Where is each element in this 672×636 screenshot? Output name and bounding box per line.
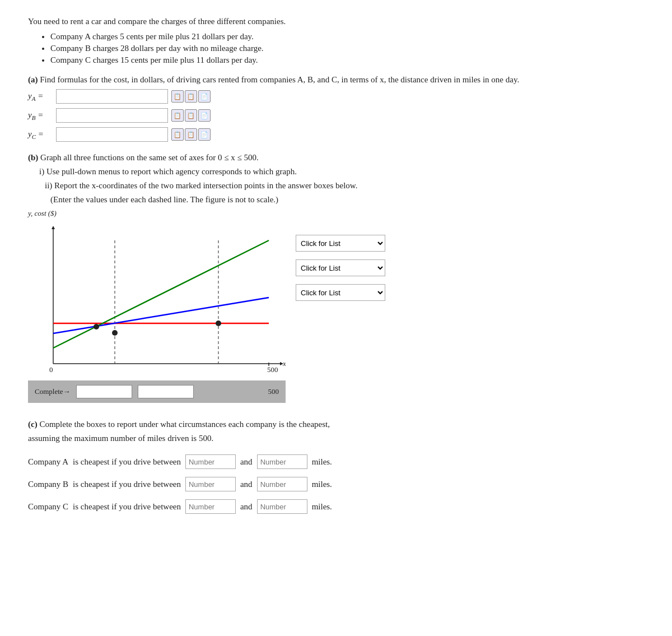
copy-icon-yc-1[interactable]: 📋 — [171, 128, 184, 141]
copy-icon-yc-2[interactable]: 📋 — [185, 128, 197, 141]
bullet-list: Company A charges 5 cents per mile plus … — [50, 32, 644, 65]
intro-text: You need to rent a car and compare the c… — [28, 17, 644, 26]
part-c-text2: assuming the maximum number of miles dri… — [28, 434, 644, 443]
copy-icon-yb-1[interactable]: 📋 — [171, 109, 184, 122]
svg-text:x: x — [282, 359, 286, 368]
and-label-c: and — [240, 502, 253, 512]
company-a-text: is cheapest if you drive between — [73, 457, 181, 467]
formula-input-yb[interactable] — [56, 108, 168, 123]
company-b-input-1[interactable] — [185, 477, 236, 491]
company-a-row: Company A is cheapest if you drive betwe… — [28, 454, 644, 469]
paste-icon-ya[interactable]: 📄 — [198, 90, 211, 103]
graph-footer: Complete→ 500 — [28, 380, 286, 403]
part-b: (b) Graph all three functions on the sam… — [28, 153, 644, 403]
copy-icon-yb-2[interactable]: 📋 — [185, 109, 197, 122]
company-c-row: Company C is cheapest if you drive betwe… — [28, 499, 644, 514]
formula-label-yc: yC = — [28, 129, 56, 140]
formula-input-yc[interactable] — [56, 127, 168, 142]
icon-group-yc: 📋 📋 📄 — [171, 128, 211, 141]
bullet-b: Company B charges 28 dollars per day wit… — [50, 44, 644, 53]
part-c-text1-content: Complete the boxes to report under what … — [39, 420, 330, 429]
company-a-input-2[interactable] — [257, 454, 307, 469]
svg-line-11 — [53, 298, 269, 333]
miles-label-c: miles. — [312, 502, 332, 512]
part-b-sub-ii-b: (Enter the values under each dashed line… — [50, 195, 644, 205]
copy-icon-ya-2[interactable]: 📋 — [185, 90, 197, 103]
paste-icon-yc[interactable]: 📄 — [198, 128, 211, 141]
intersection-input-1[interactable] — [76, 385, 132, 398]
svg-point-14 — [112, 330, 118, 336]
part-b-sub-i: i) Use pull-down menus to report which a… — [39, 167, 644, 177]
formula-row-yc: yC = 📋 📋 📄 — [28, 127, 644, 142]
bullet-c: Company C charges 15 cents per mile plus… — [50, 55, 644, 65]
part-b-label: (b) — [28, 153, 38, 162]
and-label-b: and — [240, 480, 253, 489]
svg-text:500: 500 — [267, 365, 278, 374]
company-b-input-2[interactable] — [257, 477, 307, 491]
formula-row-yb: yB = 📋 📋 📄 — [28, 108, 644, 123]
intersection-input-2[interactable] — [138, 385, 194, 398]
company-b-row: Company B is cheapest if you drive betwe… — [28, 477, 644, 491]
formula-label-yb: yB = — [28, 110, 56, 121]
company-c-text: is cheapest if you drive between — [73, 502, 181, 512]
bullet-a: Company A charges 5 cents per mile plus … — [50, 32, 644, 41]
complete-label: Complete→ — [35, 387, 71, 396]
dropdown-3[interactable]: Click for List Company A Company B Compa… — [296, 284, 385, 301]
part-a-description: (a) Find formulas for the cost, in dolla… — [28, 75, 644, 85]
miles-label-a: miles. — [312, 457, 332, 467]
company-c-label: Company C — [28, 502, 68, 512]
formula-label-ya: yA = — [28, 91, 56, 102]
y-axis-label: y, cost ($) — [28, 209, 644, 218]
part-b-text: Graph all three functions on the same se… — [40, 153, 259, 162]
copy-icon-ya-1[interactable]: 📋 — [171, 90, 184, 103]
company-c-input-2[interactable] — [257, 499, 307, 514]
dropdown-1[interactable]: Click for List Company A Company B Compa… — [296, 235, 385, 252]
part-c: (c) Complete the boxes to report under w… — [28, 420, 644, 514]
graph-svg: 500 0 x — [28, 224, 286, 380]
part-a: (a) Find formulas for the cost, in dolla… — [28, 75, 644, 142]
part-b-sub-ii-a: ii) Report the x-coordinates of the two … — [45, 181, 644, 191]
formula-row-ya: yA = 📋 📋 📄 — [28, 89, 644, 104]
company-a-input-1[interactable] — [185, 454, 236, 469]
dropdown-group: Click for List Company A Company B Compa… — [296, 224, 385, 301]
company-b-text: is cheapest if you drive between — [73, 480, 181, 489]
svg-point-13 — [94, 324, 99, 329]
dropdown-2[interactable]: Click for List Company A Company B Compa… — [296, 259, 385, 276]
svg-point-15 — [216, 321, 221, 326]
part-a-label: (a) — [28, 75, 38, 84]
part-b-description: (b) Graph all three functions on the sam… — [28, 153, 644, 163]
svg-marker-3 — [52, 226, 55, 229]
part-c-text1: (c) Complete the boxes to report under w… — [28, 420, 644, 429]
part-a-text: Find formulas for the cost, in dollars, … — [40, 75, 519, 84]
svg-text:0: 0 — [49, 365, 53, 374]
company-a-label: Company A — [28, 457, 68, 467]
miles-label-b: miles. — [312, 480, 332, 489]
icon-group-ya: 📋 📋 📄 — [171, 90, 211, 103]
paste-icon-yb[interactable]: 📄 — [198, 109, 211, 122]
company-c-input-1[interactable] — [185, 499, 236, 514]
formula-input-ya[interactable] — [56, 89, 168, 104]
part-c-label: (c) — [28, 420, 38, 429]
graph-section: 500 0 x — [28, 224, 644, 403]
svg-line-12 — [53, 240, 269, 348]
x-max-label: 500 — [268, 387, 279, 396]
icon-group-yb: 📋 📋 📄 — [171, 109, 211, 122]
company-b-label: Company B — [28, 480, 68, 489]
and-label-a: and — [240, 457, 253, 467]
graph-container: 500 0 x — [28, 224, 286, 403]
